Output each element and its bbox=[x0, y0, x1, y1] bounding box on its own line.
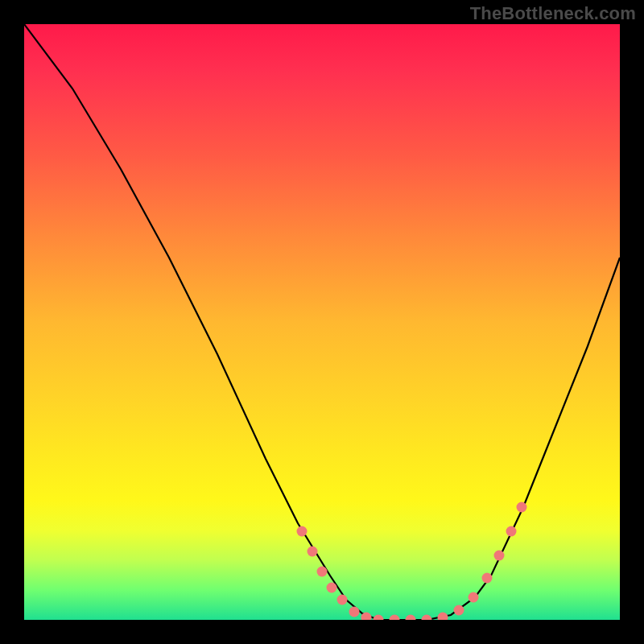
data-marker bbox=[308, 547, 318, 557]
data-marker bbox=[390, 615, 400, 621]
data-marker bbox=[517, 502, 527, 513]
data-marker bbox=[327, 583, 337, 593]
data-marker bbox=[438, 613, 448, 621]
chart-container: TheBottleneck.com bbox=[0, 0, 644, 644]
curve-svg bbox=[24, 24, 620, 620]
data-marker bbox=[469, 592, 479, 603]
bottleneck-curve bbox=[24, 24, 620, 620]
data-marker bbox=[349, 607, 360, 617]
data-marker bbox=[454, 605, 464, 616]
data-marker bbox=[422, 615, 432, 621]
data-marker bbox=[374, 615, 384, 621]
data-marker bbox=[317, 567, 328, 577]
plot-area bbox=[24, 24, 620, 620]
data-marker bbox=[482, 573, 493, 584]
data-marker bbox=[406, 615, 416, 621]
watermark-text: TheBottleneck.com bbox=[470, 3, 636, 24]
data-marker bbox=[506, 526, 517, 537]
data-marker bbox=[297, 526, 308, 537]
data-marker bbox=[337, 595, 348, 605]
data-marker bbox=[494, 551, 505, 561]
marker-group bbox=[297, 502, 527, 621]
